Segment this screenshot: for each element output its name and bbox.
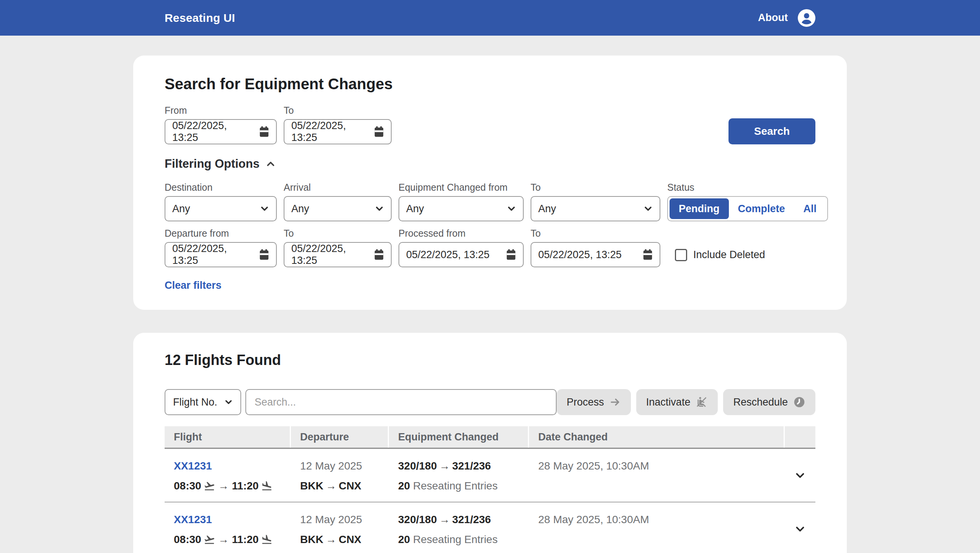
table-row[interactable]: XX1231 08:30 → 11:20 12 May 2025 [165,502,815,553]
arrow-right-icon [609,396,621,408]
include-deleted-checkbox-row[interactable]: Include Deleted [667,249,815,261]
process-button[interactable]: Process [557,389,631,415]
row-expand-button[interactable] [785,449,815,502]
clear-filters-link[interactable]: Clear filters [165,280,222,291]
results-card: 12 Flights Found Flight No. Process Inac… [133,333,847,553]
search-card: Search for Equipment Changes From 05/22/… [133,56,847,310]
checkbox-unchecked-icon[interactable] [675,249,687,261]
destination-select[interactable]: Any [165,196,277,221]
destination-label: Destination [165,182,277,193]
entries-count: 20 [398,480,410,492]
calendar-icon[interactable] [505,249,517,261]
calendar-icon[interactable] [373,126,385,138]
departure-from-value: 05/22/2025, 13:25 [172,243,255,267]
equipment-from-value: Any [406,203,424,215]
flight-number-link[interactable]: XX1231 [174,460,212,472]
destination-value: Any [172,203,190,215]
inactivate-button-label: Inactivate [646,396,691,408]
arrow-right-icon: → [323,480,339,492]
chevron-down-icon [506,203,517,214]
search-field-select[interactable]: Flight No. [165,389,241,415]
equipment-to-select[interactable]: Any [531,196,660,221]
calendar-icon[interactable] [258,249,270,261]
status-option-all[interactable]: All [794,198,826,219]
entries-label: Reseating Entries [413,480,498,492]
search-button[interactable]: Search [728,118,815,144]
destination-code: CNX [339,480,361,492]
equipment-from: 320/180 [398,514,437,525]
route: BKK→CNX [300,479,389,493]
status-option-complete[interactable]: Complete [729,198,794,219]
departure-from-field[interactable]: 05/22/2025, 13:25 [165,242,277,267]
app-title: Reseating UI [165,11,235,25]
reseating-entries: 20 Reseating Entries [398,532,529,547]
arrival-label: Arrival [284,182,392,193]
departure-to-value: 05/22/2025, 13:25 [291,243,369,267]
equipment-from-label: Equipment Changed from [399,182,524,193]
arrow-right-icon: → [215,479,232,493]
about-link[interactable]: About [758,12,788,24]
origin-code: BKK [300,533,323,545]
processed-to-field[interactable]: 05/22/2025, 13:25 [531,242,660,267]
column-header-flight: Flight [165,426,291,448]
chevron-down-icon [259,203,270,214]
to-datetime-value: 05/22/2025, 13:25 [291,120,369,144]
flight-takeoff-icon [204,534,215,545]
flight-number-link[interactable]: XX1231 [174,514,212,525]
departure-time: 08:30 [174,479,201,493]
arrival-select[interactable]: Any [284,196,392,221]
results-title: 12 Flights Found [165,352,815,368]
calendar-icon[interactable] [642,249,653,261]
processed-from-label: Processed from [399,228,524,239]
departure-date: 12 May 2025 [300,459,389,473]
reschedule-button[interactable]: Reschedule [723,389,815,415]
include-deleted-label: Include Deleted [693,249,765,261]
column-header-date-changed: Date Changed [529,426,785,448]
entries-label: Reseating Entries [413,533,498,545]
status-option-pending[interactable]: Pending [670,198,729,219]
from-datetime-field[interactable]: 05/22/2025, 13:25 [165,119,277,144]
calendar-icon[interactable] [373,249,385,261]
arrival-value: Any [291,203,309,215]
flight-takeoff-icon [204,480,215,492]
equipment-to: 321/236 [452,460,491,472]
arrival-time: 11:20 [232,479,259,493]
arrow-right-icon: → [323,533,339,545]
search-card-title: Search for Equipment Changes [165,75,815,93]
user-avatar[interactable] [798,9,815,27]
calendar-icon[interactable] [258,126,270,138]
destination-code: CNX [339,533,361,545]
chevron-down-icon [643,203,653,214]
processed-from-value: 05/22/2025, 13:25 [406,249,490,261]
row-expand-button[interactable] [785,502,815,553]
departure-to-field[interactable]: 05/22/2025, 13:25 [284,242,392,267]
processed-from-field[interactable]: 05/22/2025, 13:25 [399,242,524,267]
search-input[interactable] [245,389,557,415]
departure-from-label: Departure from [165,228,277,239]
route: BKK→CNX [300,532,389,547]
equipment-from-select[interactable]: Any [399,196,524,221]
app-header: Reseating UI About [0,0,980,36]
flight-times: 08:30 → 11:20 [174,479,273,493]
equipment-change: 320/180→321/236 [398,459,529,473]
flights-table: Flight Departure Equipment Changed Date … [165,426,815,553]
table-header: Flight Departure Equipment Changed Date … [165,426,815,449]
table-row[interactable]: XX1231 08:30 → 11:20 12 May 2025 [165,449,815,502]
to-datetime-field[interactable]: 05/22/2025, 13:25 [284,119,392,144]
from-datetime-value: 05/22/2025, 13:25 [172,120,255,144]
filtering-options-toggle[interactable]: Filtering Options [165,157,815,171]
clock-icon [793,396,805,408]
arrival-time: 11:20 [232,532,259,547]
from-label: From [165,105,277,116]
departure-date: 12 May 2025 [300,512,389,527]
results-toolbar: Flight No. Process Inactivate [165,389,815,415]
flight-land-icon [261,534,273,545]
person-icon [798,9,815,27]
origin-code: BKK [300,480,323,492]
reschedule-button-label: Reschedule [733,396,788,408]
processed-to-label: To [531,228,660,239]
flight-land-icon [261,480,273,492]
equipment-to: 321/236 [452,514,491,525]
inactivate-button[interactable]: Inactivate [636,389,718,415]
column-header-departure: Departure [291,426,389,448]
